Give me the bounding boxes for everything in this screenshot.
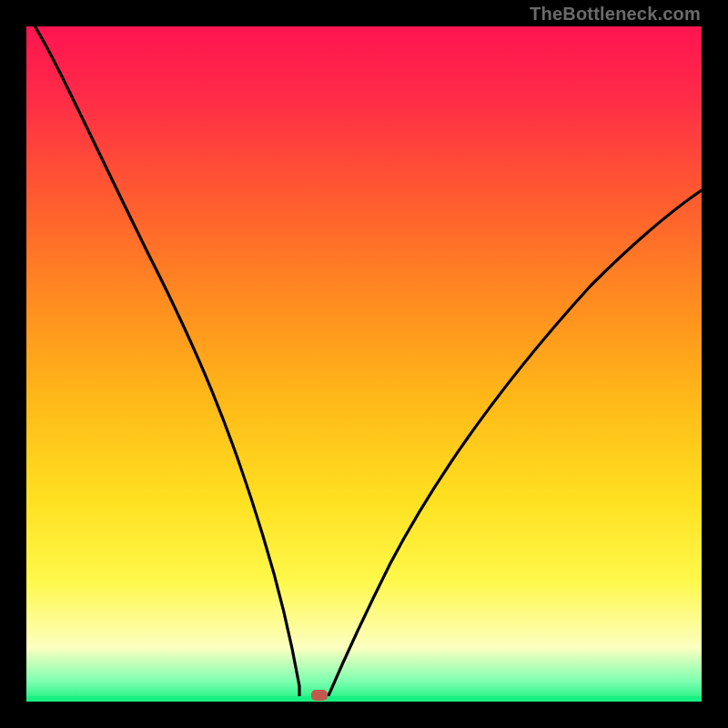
plot-area: [26, 26, 702, 702]
baseline-strip: [26, 696, 702, 702]
curve-path: [26, 26, 702, 700]
watermark-text: TheBottleneck.com: [530, 4, 701, 25]
optimal-marker: [311, 690, 328, 701]
bottleneck-curve: [26, 26, 702, 702]
chart-frame: TheBottleneck.com: [0, 0, 728, 728]
